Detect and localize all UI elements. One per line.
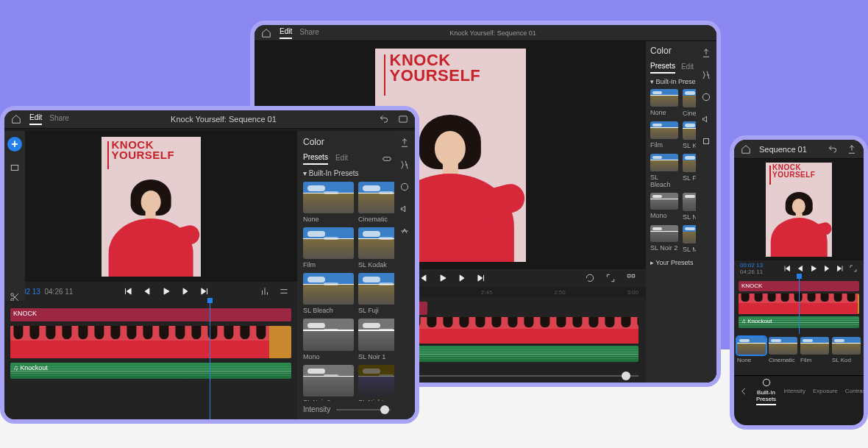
video-preview[interactable]: KNOCKYOURSELF: [766, 163, 832, 257]
timecode: 00:02 13 04:26 11: [740, 262, 778, 275]
preset-strip[interactable]: None Cinematic Film SL Kod: [734, 334, 864, 375]
project-title: Knock Yourself: Sequence 01: [327, 29, 659, 37]
preset-item[interactable]: Mono: [650, 193, 678, 221]
preview-area: KNOCKYOURSELF: [734, 159, 864, 260]
preset-item[interactable]: None: [303, 182, 354, 223]
timeline[interactable]: KNOCK ♫ Knockout: [734, 277, 864, 334]
preset-item[interactable]: SL Bleach: [303, 273, 354, 314]
preset-item[interactable]: Film: [800, 337, 829, 372]
back-icon[interactable]: [739, 385, 749, 397]
export-icon[interactable]: [846, 143, 858, 155]
toggle-icon[interactable]: [381, 153, 393, 165]
transport-controls: [783, 264, 844, 273]
preset-item[interactable]: Film: [303, 227, 354, 269]
param-item[interactable]: Exposure: [813, 388, 838, 394]
preset-item[interactable]: Mono: [303, 319, 354, 360]
fx-icon[interactable]: [700, 69, 712, 81]
home-icon[interactable]: [10, 113, 22, 125]
color-panel-title: Color: [303, 137, 409, 147]
loop-icon[interactable]: [584, 272, 596, 284]
svg-rect-7: [11, 166, 18, 171]
preset-item[interactable]: Film: [650, 121, 678, 149]
step-back-icon[interactable]: [141, 285, 153, 297]
goto-start-icon[interactable]: [783, 264, 791, 273]
preset-item[interactable]: SL Bleach: [650, 154, 678, 188]
transform-icon[interactable]: [700, 135, 712, 147]
param-item[interactable]: Intensity: [783, 388, 805, 394]
project-icon[interactable]: [9, 162, 21, 174]
goto-end-icon[interactable]: [199, 285, 210, 297]
preset-item[interactable]: SL Kod: [832, 337, 861, 372]
param-strip[interactable]: Built-In Presets Intensity Exposure Cont…: [734, 375, 864, 406]
preset-grid: None Cinematic Film SL Kodak SL Bleach S…: [303, 182, 409, 401]
tab-edit[interactable]: Edit: [29, 113, 42, 125]
tab-edit-color[interactable]: Edit: [681, 63, 694, 73]
levels-icon[interactable]: [259, 285, 271, 297]
add-media-button[interactable]: +: [7, 137, 22, 152]
audio-clip[interactable]: ♫ Knockout: [10, 363, 291, 379]
home-icon[interactable]: [260, 27, 272, 39]
preset-item[interactable]: Cinematic: [769, 337, 797, 372]
svg-rect-6: [399, 116, 408, 122]
tab-edit[interactable]: Edit: [280, 27, 292, 39]
intensity-slider[interactable]: [336, 409, 391, 410]
desktop-menubar: Edit Share Knock Yourself: Sequence 01: [255, 25, 716, 41]
cast-icon[interactable]: [397, 113, 409, 125]
preview-area: KNOCKYOURSELF: [4, 131, 297, 282]
fullscreen-icon[interactable]: [605, 272, 616, 284]
step-back-icon[interactable]: [418, 272, 430, 284]
export-icon[interactable]: [399, 137, 410, 149]
preset-item[interactable]: SL Noir 2: [303, 365, 354, 402]
preset-item[interactable]: SL Noir 2: [650, 225, 678, 253]
desktop-right-toolbar: [696, 41, 716, 383]
step-back-icon[interactable]: [796, 264, 805, 273]
undo-icon[interactable]: [827, 143, 839, 155]
preset-item[interactable]: None: [737, 337, 766, 372]
goto-end-icon[interactable]: [475, 272, 487, 284]
video-preview[interactable]: KNOCKYOURSELF: [102, 137, 201, 277]
tab-edit-color[interactable]: Edit: [335, 154, 348, 164]
tab-share[interactable]: Share: [299, 28, 319, 38]
video-clip[interactable]: [10, 326, 291, 358]
audio-icon[interactable]: [399, 203, 410, 215]
goto-start-icon[interactable]: [122, 285, 134, 297]
fx-icon[interactable]: [399, 159, 410, 171]
menu-icon[interactable]: [278, 285, 290, 297]
playhead[interactable]: [210, 301, 210, 419]
transform-icon[interactable]: [399, 225, 410, 237]
audio-icon[interactable]: [700, 113, 712, 125]
color-wheel-icon[interactable]: [700, 91, 712, 103]
svg-rect-5: [704, 139, 709, 144]
title-clip[interactable]: KNOCK: [10, 308, 291, 321]
step-fwd-icon[interactable]: [456, 272, 468, 284]
step-fwd-icon[interactable]: [179, 285, 191, 297]
goto-end-icon[interactable]: [836, 264, 844, 273]
tablet-device: Edit Share Knock Yourself: Sequence 01 +…: [0, 106, 419, 424]
play-icon[interactable]: [437, 272, 449, 284]
phone-toolbar: Sequence 01: [734, 140, 864, 159]
svg-point-4: [702, 93, 709, 100]
preset-item[interactable]: None: [650, 89, 678, 117]
play-icon[interactable]: [809, 264, 818, 273]
param-item[interactable]: Contrast: [845, 388, 864, 394]
svg-point-8: [11, 294, 14, 296]
intensity-label: Intensity: [303, 405, 330, 413]
phone-device: Sequence 01 KNOCKYOURSELF 00:02 13 04:26…: [730, 135, 868, 430]
svg-rect-1: [627, 274, 630, 277]
timeline[interactable]: KNOCK ♫ Knockout: [4, 301, 297, 419]
grid-icon[interactable]: [625, 272, 637, 284]
playhead[interactable]: [799, 277, 800, 334]
undo-icon[interactable]: [378, 113, 390, 125]
tab-share[interactable]: Share: [49, 114, 69, 124]
tab-presets[interactable]: Presets: [303, 153, 328, 165]
play-icon[interactable]: [160, 285, 172, 297]
tablet-right-toolbar: [394, 131, 415, 419]
color-wheel-icon[interactable]: [399, 181, 410, 193]
home-icon[interactable]: [740, 143, 752, 155]
tab-presets[interactable]: Presets: [650, 62, 675, 74]
export-icon[interactable]: [700, 47, 712, 59]
svg-rect-2: [632, 274, 635, 277]
param-item[interactable]: Built-In Presets: [756, 377, 776, 405]
fullscreen-icon[interactable]: [849, 264, 858, 273]
step-fwd-icon[interactable]: [822, 264, 831, 273]
